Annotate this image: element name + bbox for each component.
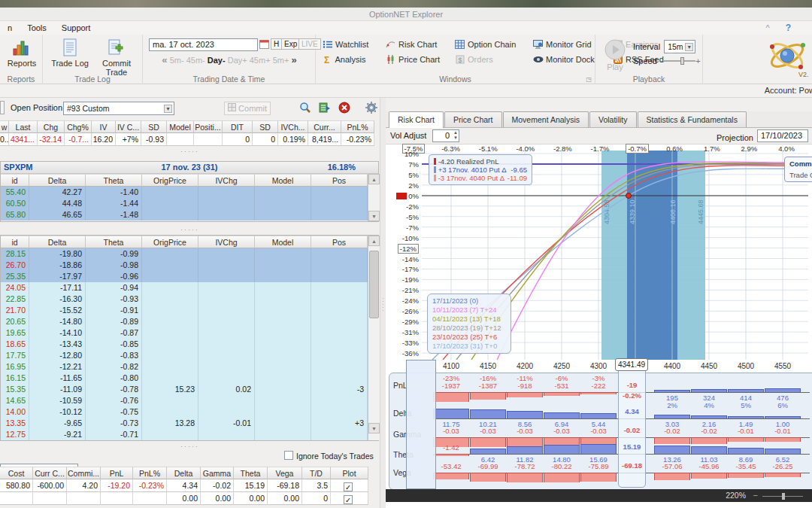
cell: -0.76 — [86, 395, 142, 406]
splitter-dots[interactable]: ····· — [0, 226, 380, 233]
option-row[interactable]: 16.95-12.21-0.82 — [1, 361, 368, 373]
vol-adjust-spinner[interactable]: ▲▼ — [453, 130, 458, 141]
help-icon[interactable]: ? — [786, 23, 791, 33]
y-axis-label: -12% — [390, 245, 419, 253]
summary-row[interactable]: 0.000.000.000.000✓ — [0, 492, 380, 505]
zoom-out-icon[interactable]: − — [753, 491, 758, 500]
windows-button-analysis[interactable]: Σ Analysis — [322, 53, 385, 66]
export-icon[interactable] — [319, 102, 331, 115]
cell — [198, 248, 255, 260]
tab-statistics-fundamentals[interactable]: Statistics & Fundamentals — [638, 111, 747, 127]
vol-adjust-input[interactable]: 0 ▲▼ — [432, 129, 459, 142]
reports-button[interactable]: Reports — [5, 38, 38, 68]
time-step-45mplus[interactable]: 45m+ — [250, 56, 273, 65]
greek-bar — [544, 412, 580, 418]
option-row[interactable]: 14.00-10.12-0.75 — [1, 406, 368, 418]
splitter-dots[interactable]: ····· — [0, 443, 380, 450]
time-step-5mplus[interactable]: 5m+ — [273, 56, 292, 65]
option-row[interactable]: 12.75-9.21-0.71 — [1, 429, 368, 440]
option-row[interactable]: 21.70-15.52-0.91 — [1, 305, 368, 316]
option-row[interactable]: 25.35-17.97-0.96 — [1, 271, 368, 282]
time-step-Dayminus[interactable]: Day- — [208, 56, 228, 65]
option-chain-icon — [454, 39, 465, 53]
cell: -10.59 — [29, 395, 86, 406]
step-forward-icon[interactable]: » — [291, 54, 296, 65]
commit-button[interactable]: Commit — [224, 102, 271, 115]
option-row[interactable]: 16.15-11.65-0.80 — [1, 373, 368, 384]
settings-gear-icon[interactable] — [365, 102, 377, 115]
ribbon-collapse-icon[interactable]: ^ — [765, 23, 769, 32]
cell: +3 — [311, 418, 368, 429]
cell — [198, 305, 255, 316]
option-row[interactable]: 18.65-13.43-0.85 — [1, 339, 368, 350]
time-step-Dayplus[interactable]: Day+ — [228, 56, 250, 65]
greek-value-label: -0.02 — [691, 427, 727, 435]
zoom-slider-track[interactable] — [762, 496, 803, 497]
windows-button-risk-chart[interactable]: Risk Chart — [385, 38, 454, 51]
option-row[interactable]: 60.5044.48-1.44 — [1, 198, 368, 209]
step-back-icon[interactable]: « — [162, 54, 167, 65]
play-button[interactable]: Play — [601, 38, 629, 71]
cell — [311, 248, 368, 260]
windows-button-price-chart[interactable]: Price Chart — [385, 53, 454, 66]
tab-price-chart[interactable]: Price Chart — [444, 111, 502, 127]
interval-select[interactable]: 15m▾ — [664, 40, 695, 53]
zoom-slider-thumb[interactable] — [782, 493, 785, 500]
plot-checkbox[interactable]: ✓ — [344, 482, 353, 491]
cell: -14.80 — [29, 316, 86, 327]
option-row[interactable]: 65.8046.65-1.48 — [1, 209, 368, 221]
option-row[interactable]: 28.15-19.80-0.99 — [1, 248, 368, 260]
projection-input[interactable]: 17/10/2023 — [757, 129, 808, 142]
splitter-dots[interactable]: ····· — [0, 148, 380, 155]
option-row[interactable]: 24.05-17.11-0.94 — [1, 282, 368, 294]
tab-risk-chart[interactable]: Risk Chart — [389, 111, 444, 128]
calls-scrollbar[interactable]: ▲▼ — [368, 174, 380, 221]
time-step-45mminus[interactable]: 45m- — [186, 56, 208, 65]
zoom-search-icon[interactable] — [299, 102, 311, 115]
exp-button[interactable]: Exp — [281, 38, 300, 50]
top-axis-label: -4.0% — [510, 144, 541, 153]
dialog-launcher-icon[interactable]: ◳ — [586, 76, 592, 83]
option-row[interactable]: 22.85-16.30-0.93 — [1, 294, 368, 305]
menu-item-support[interactable]: Support — [54, 21, 98, 35]
option-row[interactable]: 13.35-9.65-0.7313.28-0.01+3 — [1, 418, 368, 429]
option-row[interactable]: 55.4042.27-1.40 — [1, 187, 368, 198]
time-step-5mminus[interactable]: 5m- — [170, 56, 186, 65]
greek-bar — [470, 437, 506, 447]
option-row[interactable]: 14.65-10.59-0.76 — [1, 395, 368, 406]
history-button[interactable]: H — [271, 38, 282, 50]
windows-button-watchlist[interactable]: Watchlist — [322, 38, 385, 51]
expiry-legend-item: 10/11/2023 (7) T+24 — [432, 306, 506, 315]
speed-slider[interactable] — [680, 57, 684, 65]
tab-movement-analysis[interactable]: Movement Analysis — [503, 111, 589, 127]
option-row[interactable]: 15.35-11.09-0.7815.230.02-3 — [1, 384, 368, 395]
tab-volatility[interactable]: Volatility — [589, 111, 637, 127]
windows-button-option-chain[interactable]: Option Chain — [454, 38, 532, 51]
chain-header: Theta — [86, 236, 142, 248]
option-row[interactable]: 26.70-18.86-0.98 — [1, 260, 368, 271]
option-row[interactable]: 17.75-12.80-0.83 — [1, 350, 368, 361]
floating-overlay-box[interactable] — [406, 360, 436, 489]
calendar-icon[interactable] — [259, 39, 269, 50]
puts-scrollbar[interactable]: ▲▼ — [368, 236, 380, 440]
commit-trade-button[interactable]: Commit Trade — [92, 38, 141, 77]
trading-date-input[interactable]: ma. 17 oct. 2023 — [149, 38, 258, 51]
panel-splitter[interactable]: ····· — [380, 98, 386, 508]
greek-value-label: -0.02 — [654, 427, 690, 435]
option-row[interactable]: 20.65-14.80-0.89 — [1, 316, 368, 327]
option-row[interactable]: 19.65-14.10-0.87 — [1, 327, 368, 339]
ignore-trades-checkbox[interactable] — [284, 451, 293, 460]
summary-row[interactable]: 580.80-600.004.20-19.20-0.23%4.34-0.0215… — [0, 479, 380, 492]
trade-log-button[interactable]: Trade Log — [47, 38, 92, 68]
version-label: V2. — [798, 71, 809, 78]
comments-box[interactable]: Comments Trade Occu — [784, 157, 812, 182]
plot-checkbox[interactable]: ✓ — [344, 495, 353, 504]
windows-button-orders[interactable]: $ Orders — [454, 53, 532, 66]
summary-value: -600.00 — [33, 479, 67, 492]
y-axis-label: -7% — [390, 224, 419, 232]
menu-item-n[interactable]: n — [0, 21, 20, 35]
close-position-icon[interactable] — [338, 102, 350, 115]
strategy-select[interactable]: #93 Custom▾ — [63, 102, 174, 115]
menu-item-tools[interactable]: Tools — [20, 21, 54, 35]
quote-value-row[interactable]: 0...4341...-32.14-0.7...16.20+7%-0.93000… — [0, 133, 380, 146]
